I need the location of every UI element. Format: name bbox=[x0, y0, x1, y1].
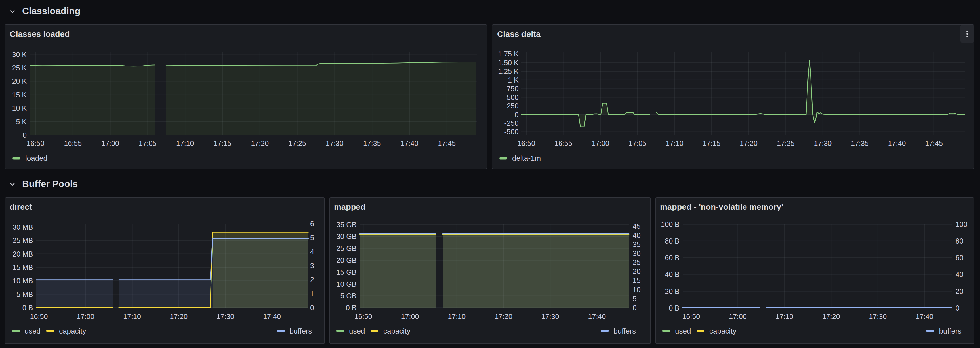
svg-text:15: 15 bbox=[633, 276, 641, 284]
svg-text:17:20: 17:20 bbox=[740, 139, 757, 147]
svg-text:capacity: capacity bbox=[710, 327, 736, 335]
svg-text:40 B: 40 B bbox=[665, 270, 679, 278]
svg-text:40: 40 bbox=[956, 270, 964, 278]
svg-text:used: used bbox=[349, 327, 365, 335]
svg-text:0: 0 bbox=[310, 304, 314, 312]
svg-text:1.75 K: 1.75 K bbox=[498, 50, 519, 58]
svg-text:17:00: 17:00 bbox=[592, 139, 609, 147]
svg-text:17:00: 17:00 bbox=[729, 313, 747, 321]
svg-text:60 B: 60 B bbox=[665, 254, 679, 262]
svg-text:30 K: 30 K bbox=[12, 51, 27, 59]
svg-text:17:40: 17:40 bbox=[916, 313, 934, 321]
svg-text:20 GB: 20 GB bbox=[337, 256, 356, 264]
svg-text:6: 6 bbox=[310, 220, 314, 228]
svg-text:1: 1 bbox=[310, 290, 314, 298]
svg-text:35: 35 bbox=[633, 240, 641, 248]
svg-text:1.25 K: 1.25 K bbox=[498, 67, 519, 75]
svg-text:25 K: 25 K bbox=[12, 64, 27, 72]
svg-text:17:30: 17:30 bbox=[216, 313, 234, 321]
svg-text:17:00: 17:00 bbox=[401, 313, 419, 321]
svg-text:20 B: 20 B bbox=[665, 287, 679, 295]
svg-text:20 MB: 20 MB bbox=[13, 250, 33, 258]
svg-text:10 MB: 10 MB bbox=[13, 277, 33, 285]
svg-text:15 GB: 15 GB bbox=[337, 268, 356, 276]
svg-text:250: 250 bbox=[507, 102, 519, 110]
svg-text:3: 3 bbox=[310, 262, 314, 270]
svg-text:buffers: buffers bbox=[290, 327, 312, 335]
svg-text:60: 60 bbox=[956, 254, 964, 262]
svg-text:17:20: 17:20 bbox=[251, 139, 269, 147]
svg-text:17:40: 17:40 bbox=[588, 313, 606, 321]
svg-text:used: used bbox=[25, 327, 41, 335]
svg-text:delta-1m: delta-1m bbox=[512, 154, 541, 162]
svg-text:10: 10 bbox=[633, 286, 641, 294]
svg-text:17:15: 17:15 bbox=[703, 139, 721, 147]
svg-text:30 MB: 30 MB bbox=[13, 223, 33, 231]
svg-text:16:50: 16:50 bbox=[355, 313, 372, 321]
svg-text:Classloading: Classloading bbox=[22, 6, 80, 16]
svg-text:100 B: 100 B bbox=[661, 220, 679, 228]
svg-text:45: 45 bbox=[633, 222, 641, 230]
svg-text:0: 0 bbox=[515, 111, 519, 119]
svg-text:17:35: 17:35 bbox=[851, 139, 869, 147]
svg-text:used: used bbox=[675, 327, 691, 335]
svg-text:80 B: 80 B bbox=[665, 237, 679, 245]
svg-text:1.50 K: 1.50 K bbox=[498, 59, 519, 67]
svg-text:Classes loaded: Classes loaded bbox=[10, 30, 70, 38]
svg-text:30: 30 bbox=[633, 249, 641, 257]
svg-text:17:00: 17:00 bbox=[76, 313, 94, 321]
svg-text:35 GB: 35 GB bbox=[337, 220, 356, 228]
svg-text:capacity: capacity bbox=[383, 327, 410, 335]
svg-text:17:05: 17:05 bbox=[139, 139, 157, 147]
svg-text:17:45: 17:45 bbox=[925, 139, 943, 147]
svg-text:5 GB: 5 GB bbox=[340, 292, 356, 300]
svg-text:2: 2 bbox=[310, 276, 314, 284]
svg-text:5 MB: 5 MB bbox=[16, 291, 33, 299]
svg-text:Class delta: Class delta bbox=[497, 30, 541, 38]
svg-text:25 GB: 25 GB bbox=[337, 244, 356, 252]
svg-text:17:30: 17:30 bbox=[541, 313, 559, 321]
svg-text:10 K: 10 K bbox=[12, 104, 27, 112]
svg-text:25 MB: 25 MB bbox=[13, 236, 33, 244]
svg-text:20 K: 20 K bbox=[12, 77, 27, 85]
svg-text:500: 500 bbox=[507, 93, 519, 101]
svg-text:17:25: 17:25 bbox=[288, 139, 306, 147]
svg-text:80: 80 bbox=[956, 237, 964, 245]
svg-text:0 B: 0 B bbox=[22, 304, 33, 312]
svg-text:25: 25 bbox=[633, 258, 641, 266]
svg-text:20: 20 bbox=[956, 287, 964, 295]
svg-text:0 B: 0 B bbox=[669, 304, 679, 312]
svg-text:mapped - 'non-volatile memory': mapped - 'non-volatile memory' bbox=[660, 203, 783, 211]
svg-text:17:30: 17:30 bbox=[326, 139, 344, 147]
svg-text:20: 20 bbox=[633, 267, 641, 275]
svg-text:16:50: 16:50 bbox=[27, 139, 45, 147]
svg-text:5: 5 bbox=[633, 295, 637, 303]
svg-text:5: 5 bbox=[310, 234, 314, 241]
svg-text:4: 4 bbox=[310, 248, 314, 256]
svg-text:15 K: 15 K bbox=[12, 91, 27, 99]
svg-text:mapped: mapped bbox=[334, 203, 366, 211]
svg-text:17:20: 17:20 bbox=[495, 313, 512, 321]
svg-text:16:50: 16:50 bbox=[30, 313, 48, 321]
svg-text:17:10: 17:10 bbox=[123, 313, 141, 321]
svg-text:17:40: 17:40 bbox=[263, 313, 281, 321]
svg-text:loaded: loaded bbox=[25, 154, 48, 162]
svg-text:buffers: buffers bbox=[613, 327, 636, 335]
svg-text:-250: -250 bbox=[504, 119, 519, 127]
svg-text:17:30: 17:30 bbox=[869, 313, 887, 321]
svg-text:0: 0 bbox=[23, 131, 27, 139]
svg-text:0: 0 bbox=[633, 304, 637, 312]
svg-text:17:15: 17:15 bbox=[214, 139, 232, 147]
svg-text:17:40: 17:40 bbox=[401, 139, 418, 147]
svg-text:17:05: 17:05 bbox=[629, 139, 647, 147]
svg-text:16:50: 16:50 bbox=[682, 313, 700, 321]
svg-text:17:45: 17:45 bbox=[438, 139, 456, 147]
svg-text:15 MB: 15 MB bbox=[13, 263, 33, 271]
svg-text:750: 750 bbox=[507, 85, 519, 93]
svg-text:17:40: 17:40 bbox=[888, 139, 906, 147]
svg-text:17:20: 17:20 bbox=[170, 313, 188, 321]
svg-text:buffers: buffers bbox=[939, 327, 962, 335]
svg-text:17:10: 17:10 bbox=[666, 139, 684, 147]
svg-text:-500: -500 bbox=[504, 128, 519, 136]
svg-text:17:10: 17:10 bbox=[776, 313, 794, 321]
